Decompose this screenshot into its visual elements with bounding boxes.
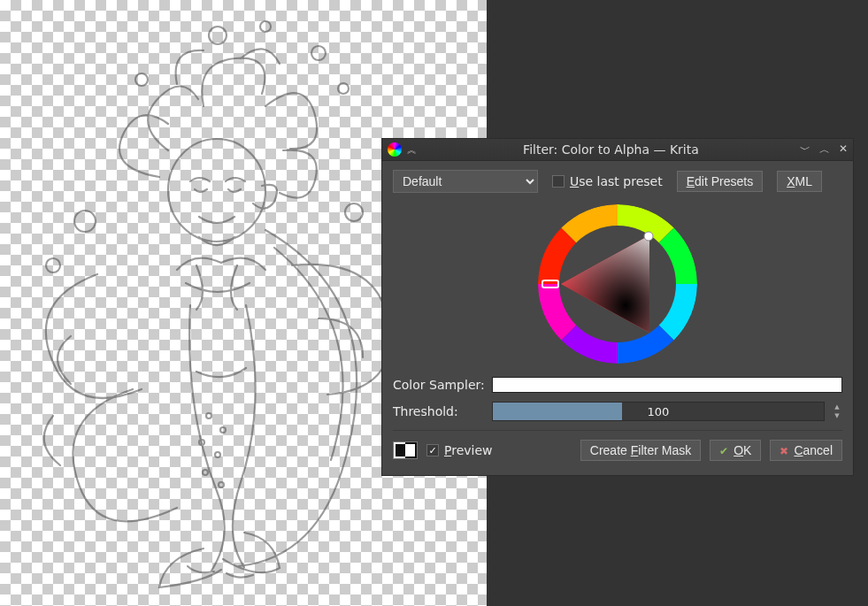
threshold-slider[interactable]: 100	[492, 402, 825, 421]
svg-point-0	[168, 139, 265, 242]
ok-button[interactable]: OK	[710, 440, 761, 461]
dialog-titlebar[interactable]: ︽ Filter: Color to Alpha — Krita ﹀ ︿ ✕	[382, 139, 853, 161]
minimize-icon[interactable]: ﹀	[800, 142, 810, 157]
xml-button[interactable]: XML	[777, 171, 822, 192]
threshold-spinner[interactable]: ▲▼	[832, 402, 842, 421]
checkbox-icon	[552, 175, 565, 188]
svg-point-3	[311, 46, 326, 60]
krita-app-icon	[388, 142, 402, 157]
svg-point-1	[209, 27, 227, 44]
edit-presets-button[interactable]: Edit Presets	[677, 171, 763, 192]
svg-point-5	[135, 73, 148, 86]
preview-checkbox[interactable]: ✓ Preview	[426, 443, 493, 457]
color-wheel[interactable]	[537, 203, 698, 364]
dialog-title: Filter: Color to Alpha — Krita	[422, 142, 800, 157]
threshold-label: Threshold:	[393, 404, 485, 418]
svg-point-10	[203, 470, 208, 475]
svg-point-12	[74, 211, 96, 232]
svg-point-11	[219, 482, 224, 487]
shade-icon[interactable]: ︽	[407, 143, 417, 157]
svg-point-4	[338, 83, 349, 94]
fg-bg-swatch-icon[interactable]	[393, 441, 418, 459]
svg-point-14	[345, 203, 363, 221]
sv-cursor[interactable]	[644, 232, 653, 241]
use-last-preset-checkbox[interactable]: Use last preset	[552, 174, 663, 188]
cancel-button[interactable]: Cancel	[770, 440, 842, 461]
svg-point-6	[206, 413, 211, 418]
color-sampler-label: Color Sampler:	[393, 378, 485, 392]
color-sampler-swatch[interactable]	[492, 377, 842, 393]
create-filter-mask-button[interactable]: Create Filter Mask	[580, 440, 701, 461]
filter-dialog: ︽ Filter: Color to Alpha — Krita ﹀ ︿ ✕ D…	[381, 138, 854, 476]
close-icon[interactable]: ✕	[839, 142, 848, 157]
svg-point-9	[215, 452, 220, 457]
threshold-value: 100	[493, 405, 824, 418]
svg-point-13	[46, 258, 60, 272]
maximize-icon[interactable]: ︿	[819, 142, 830, 157]
svg-point-2	[260, 21, 271, 32]
preset-select[interactable]: Default	[393, 170, 538, 193]
checkbox-icon: ✓	[426, 444, 439, 456]
svg-point-7	[220, 427, 226, 433]
